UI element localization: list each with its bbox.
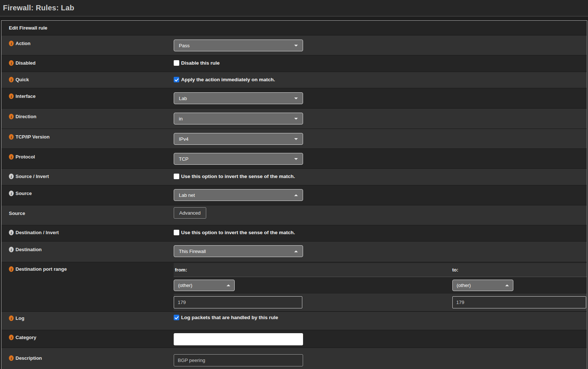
destination-select[interactable]: This Firewall	[174, 245, 303, 257]
row-quick: i Quick Apply the action immediately on …	[1, 72, 587, 88]
caret-down-icon	[294, 45, 298, 47]
disabled-checkbox[interactable]	[174, 60, 179, 66]
caret-up-icon	[294, 250, 298, 252]
info-icon: i	[9, 315, 14, 321]
field-label: Category	[16, 335, 36, 341]
checkbox-label[interactable]: Disable this rule	[181, 60, 220, 66]
field-label: Direction	[16, 114, 36, 120]
info-icon: i	[9, 154, 14, 160]
select-value: TCP	[179, 156, 188, 162]
field-label: Destination	[16, 247, 42, 253]
select-value: Lab	[179, 96, 187, 101]
row-source-invert: i Source / Invert Use this option to inv…	[1, 169, 587, 185]
info-icon: i	[9, 191, 14, 196]
checkbox-label[interactable]: Log packets that are handled by this rul…	[181, 315, 278, 321]
select-value: This Firewall	[179, 249, 206, 254]
port-from-header: from:	[174, 263, 452, 277]
edit-firewall-rule-panel: Edit Firewall rule i Action Pass i Disab…	[1, 20, 587, 369]
row-log: i Log Log packets that are handled by th…	[1, 312, 587, 330]
info-icon: i	[9, 335, 14, 340]
description-input[interactable]	[174, 354, 303, 366]
port-to-header: to:	[452, 263, 587, 277]
row-tcpip-version: i TCP/IP Version IPv4	[1, 129, 587, 149]
row-action: i Action Pass	[1, 35, 587, 55]
field-label: Quick	[16, 77, 29, 83]
direction-select[interactable]: in	[174, 113, 303, 124]
caret-down-icon	[294, 158, 298, 160]
select-value: Lab net	[179, 192, 195, 198]
field-label: Protocol	[16, 154, 35, 160]
source-invert-checkbox[interactable]	[174, 174, 179, 179]
info-icon: i	[9, 93, 14, 99]
row-source-advanced: Source Advanced	[1, 205, 587, 225]
port-range-header: from: to:	[174, 263, 587, 277]
action-select[interactable]: Pass	[174, 40, 303, 51]
port-range-table: from: to: (other) (other)	[174, 263, 587, 311]
row-direction: i Direction in	[1, 109, 587, 129]
info-icon: i	[9, 355, 14, 361]
caret-down-icon	[294, 98, 298, 99]
info-icon: i	[9, 134, 14, 140]
checkbox-label[interactable]: Use this option to invert the sense of t…	[181, 174, 295, 180]
info-icon: i	[9, 230, 14, 235]
field-label: TCP/IP Version	[16, 134, 50, 140]
row-description: i Description	[1, 348, 587, 369]
row-category: i Category	[1, 330, 587, 348]
port-from-input[interactable]	[174, 296, 302, 308]
caret-down-icon	[294, 118, 298, 120]
field-label: Disabled	[16, 60, 35, 66]
field-label: Description	[16, 355, 42, 361]
info-icon: i	[9, 247, 14, 252]
info-icon: i	[9, 77, 14, 82]
protocol-select[interactable]: TCP	[174, 153, 303, 165]
tcpip-version-select[interactable]: IPv4	[174, 133, 303, 145]
field-label: Interface	[16, 93, 35, 99]
field-label: Source / Invert	[16, 174, 49, 180]
source-advanced-button[interactable]: Advanced	[174, 207, 206, 219]
row-protocol: i Protocol TCP	[1, 149, 587, 169]
destination-invert-checkbox[interactable]	[174, 230, 179, 235]
field-label: Source	[9, 211, 25, 216]
row-destination-invert: i Destination / Invert Use this option t…	[1, 225, 587, 242]
caret-up-icon	[505, 284, 509, 286]
select-value: in	[179, 116, 183, 122]
panel-title: Edit Firewall rule	[9, 25, 47, 31]
select-value: (other)	[457, 283, 471, 288]
caret-up-icon	[227, 284, 230, 286]
info-icon: i	[9, 174, 14, 179]
interface-select[interactable]: Lab	[174, 92, 303, 104]
info-icon: i	[9, 114, 14, 119]
checkbox-label[interactable]: Use this option to invert the sense of t…	[181, 230, 295, 236]
caret-down-icon	[294, 138, 298, 140]
row-source: i Source Lab net	[1, 185, 587, 205]
select-value: (other)	[178, 283, 192, 288]
log-checkbox[interactable]	[174, 315, 179, 320]
field-label: Destination / Invert	[16, 230, 59, 236]
category-input[interactable]	[174, 333, 303, 345]
source-select[interactable]: Lab net	[174, 189, 303, 201]
select-value: Pass	[179, 43, 190, 48]
page-header: Firewall: Rules: Lab	[0, 0, 588, 17]
info-icon: i	[9, 41, 14, 46]
page-title: Firewall: Rules: Lab	[3, 4, 74, 12]
row-interface: i Interface Lab	[1, 88, 587, 109]
info-icon: i	[9, 266, 14, 272]
field-label: Action	[16, 41, 30, 47]
info-icon: i	[9, 60, 14, 66]
quick-checkbox[interactable]	[174, 77, 179, 82]
port-from-select[interactable]: (other)	[174, 280, 235, 291]
field-label: Destination port range	[16, 266, 67, 272]
field-label: Log	[16, 315, 24, 321]
field-label: Source	[16, 191, 32, 197]
caret-up-icon	[294, 194, 298, 196]
row-destination: i Destination This Firewall	[1, 242, 587, 262]
checkbox-label[interactable]: Apply the action immediately on match.	[181, 77, 275, 83]
row-disabled: i Disabled Disable this rule	[1, 55, 587, 72]
port-to-input[interactable]	[452, 296, 586, 308]
panel-header: Edit Firewall rule	[1, 21, 587, 35]
port-to-select[interactable]: (other)	[452, 280, 513, 291]
row-destination-port-range: i Destination port range from: to: (othe…	[1, 262, 587, 312]
select-value: IPv4	[179, 136, 188, 142]
